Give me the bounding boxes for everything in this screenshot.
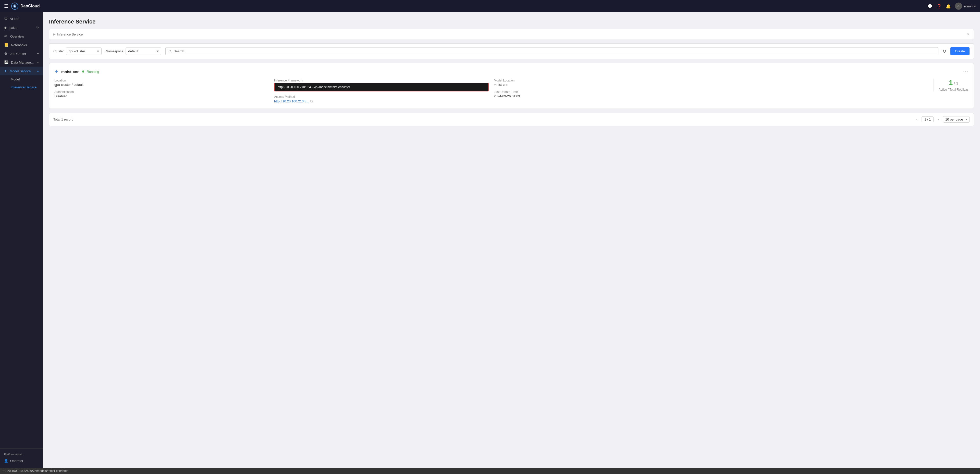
sidebar-item-job-center[interactable]: ⚙ Job Center ▾ bbox=[0, 49, 43, 58]
copy-icon[interactable]: ⧉ bbox=[310, 99, 313, 104]
operator-icon: 👤 bbox=[4, 459, 8, 463]
pagination-bar: Total 1 record ‹ 1 / 1 › 10 per page bbox=[49, 113, 974, 126]
page-indicator: 1 / 1 bbox=[921, 117, 934, 122]
create-button[interactable]: Create bbox=[950, 47, 969, 55]
navbar-right: 💬 ❓ 🔔 A admin ▾ bbox=[928, 3, 976, 10]
chevron-up-icon: ▴ bbox=[37, 69, 39, 73]
data-manage-icon: 💾 bbox=[4, 60, 8, 64]
sidebar-section-label: AI Lab bbox=[10, 17, 19, 21]
sidebar-bottom-operator[interactable]: 👤 Operator bbox=[4, 458, 39, 464]
info-group-middle: Inference Framework http://10.20.100.210… bbox=[274, 79, 489, 104]
sidebar-item-overview[interactable]: 👁 Overview bbox=[0, 32, 43, 41]
message-icon[interactable]: 💬 bbox=[928, 4, 932, 9]
workspace-label: baize bbox=[10, 26, 18, 30]
logo-icon bbox=[11, 3, 18, 10]
auth-label: Authentication bbox=[54, 90, 269, 94]
sidebar-data-label: Data Manage... bbox=[11, 61, 34, 64]
model-location-row: Model Location mnist-cnn bbox=[494, 79, 708, 86]
inference-framework-label: Inference Framework bbox=[274, 79, 489, 82]
ailab-icon: ⚙ bbox=[4, 16, 8, 21]
page-prev-button[interactable]: ‹ bbox=[914, 117, 920, 123]
model-location-value: mnist-cnn bbox=[494, 83, 708, 86]
sidebar-item-model-service[interactable]: ✦ Model Service ▴ bbox=[0, 67, 43, 75]
status-bar-url: 10.20.100.210:32439/v2/models/mnist-cnn/… bbox=[3, 469, 68, 473]
namespace-filter-group: Namespace default bbox=[106, 48, 161, 55]
workspace-icon: ◆ bbox=[4, 26, 7, 30]
status-dot bbox=[82, 70, 84, 73]
service-icon: ✦ bbox=[54, 69, 59, 75]
sidebar-model-label: Model Service bbox=[10, 69, 30, 73]
status-label: Running bbox=[87, 70, 99, 73]
main-content: Inference Service ▶ Inference Service × … bbox=[43, 12, 980, 468]
cluster-select[interactable]: gpu-cluster bbox=[66, 48, 102, 55]
page-next-button[interactable]: › bbox=[935, 117, 941, 123]
breadcrumb-bar: ▶ Inference Service × bbox=[49, 29, 974, 39]
sidebar-bottom: Platform Admin 👤 Operator bbox=[0, 448, 43, 468]
user-info[interactable]: A admin ▾ bbox=[955, 3, 976, 10]
access-method-link[interactable]: http://10.20.100.210:3... bbox=[274, 99, 309, 103]
chevron-down-icon: ▾ bbox=[37, 52, 39, 56]
help-icon[interactable]: ❓ bbox=[937, 4, 942, 9]
location-value: gpu-cluster / default bbox=[54, 83, 269, 86]
sidebar-model-sub-label: Model bbox=[11, 77, 20, 81]
chevron-down-icon: ▾ bbox=[37, 61, 39, 64]
location-row: Location gpu-cluster / default bbox=[54, 79, 269, 86]
total-records-label: Total 1 record bbox=[53, 118, 73, 121]
model-service-icon: ✦ bbox=[4, 69, 7, 73]
last-update-value: 2024-09-26 01:03 bbox=[494, 94, 708, 98]
location-label: Location bbox=[54, 79, 269, 82]
inference-framework-row: Inference Framework http://10.20.100.210… bbox=[274, 79, 489, 91]
per-page-select[interactable]: 10 per page bbox=[943, 116, 969, 123]
card-menu-button[interactable]: ··· bbox=[963, 69, 969, 74]
access-method-row: Access Method http://10.20.100.210:3... … bbox=[274, 95, 489, 104]
replicas-count-wrapper: 1 / 1 bbox=[939, 79, 969, 87]
svg-point-2 bbox=[14, 5, 16, 7]
sidebar: ⚙ AI Lab ◆ baize ↻ 👁 Overview 📒 Notebook… bbox=[0, 12, 43, 468]
model-location-label: Model Location bbox=[494, 79, 708, 82]
navbar-left: ☰ DaoCloud bbox=[4, 3, 928, 10]
access-method-label: Access Method bbox=[274, 95, 489, 99]
sidebar-job-label: Job Center bbox=[10, 52, 26, 56]
close-icon[interactable]: × bbox=[967, 32, 969, 37]
service-card-body: Location gpu-cluster / default Authentic… bbox=[54, 79, 969, 104]
avatar: A bbox=[955, 3, 962, 10]
job-center-icon: ⚙ bbox=[4, 52, 7, 56]
hamburger-icon[interactable]: ☰ bbox=[4, 3, 8, 9]
service-name: mnist-cnn bbox=[61, 69, 80, 74]
sidebar-item-workspace[interactable]: ◆ baize ↻ bbox=[0, 23, 43, 32]
service-card-header: ✦ mnist-cnn Running ··· bbox=[54, 69, 969, 75]
info-group-right: Model Location mnist-cnn Last Update Tim… bbox=[494, 79, 708, 98]
inference-url-tooltip: http://10.20.100.210:32439/v2/models/mni… bbox=[274, 83, 489, 91]
breadcrumb-chevron-icon: ▶ bbox=[53, 33, 56, 36]
last-update-row: Last Update Time 2024-09-26 01:03 bbox=[494, 90, 708, 98]
sidebar-inference-label: Inference Service bbox=[11, 85, 37, 89]
sidebar-section: ⚙ AI Lab bbox=[0, 12, 43, 23]
overview-icon: 👁 bbox=[4, 34, 8, 38]
replicas-label: Active / Total Replicas bbox=[939, 88, 969, 91]
refresh-button[interactable]: ↻ bbox=[942, 48, 946, 54]
sidebar-sub-item-model[interactable]: Model bbox=[0, 75, 43, 83]
refresh-icon[interactable]: ↻ bbox=[36, 26, 39, 29]
info-group-left: Location gpu-cluster / default Authentic… bbox=[54, 79, 269, 98]
auth-row: Authentication Disabled bbox=[54, 90, 269, 98]
logo-wrapper: DaoCloud bbox=[11, 3, 40, 10]
namespace-select[interactable]: default bbox=[126, 48, 161, 55]
cluster-label: Cluster bbox=[53, 49, 64, 53]
search-input[interactable] bbox=[165, 47, 939, 55]
navbar: ☰ DaoCloud 💬 ❓ 🔔 A admin ▾ bbox=[0, 0, 980, 12]
last-update-label: Last Update Time bbox=[494, 90, 708, 94]
active-replicas: 1 bbox=[949, 79, 953, 86]
app-body: ⚙ AI Lab ◆ baize ↻ 👁 Overview 📒 Notebook… bbox=[0, 12, 980, 468]
sidebar-item-data-manage[interactable]: 💾 Data Manage... ▾ bbox=[0, 58, 43, 67]
sidebar-overview-label: Overview bbox=[10, 35, 24, 38]
auth-value: Disabled bbox=[54, 94, 269, 98]
total-replicas: / 1 bbox=[954, 81, 958, 86]
chevron-down-icon: ▾ bbox=[974, 4, 976, 8]
page-title: Inference Service bbox=[49, 18, 974, 25]
breadcrumb-text: Inference Service bbox=[57, 32, 83, 36]
sidebar-sub-item-inference[interactable]: Inference Service bbox=[0, 83, 43, 91]
status-bar: 10.20.100.210:32439/v2/models/mnist-cnn/… bbox=[0, 468, 980, 474]
notification-icon[interactable]: 🔔 bbox=[946, 4, 951, 9]
sidebar-item-notebooks[interactable]: 📒 Notebooks bbox=[0, 41, 43, 49]
notebooks-icon: 📒 bbox=[4, 43, 8, 47]
